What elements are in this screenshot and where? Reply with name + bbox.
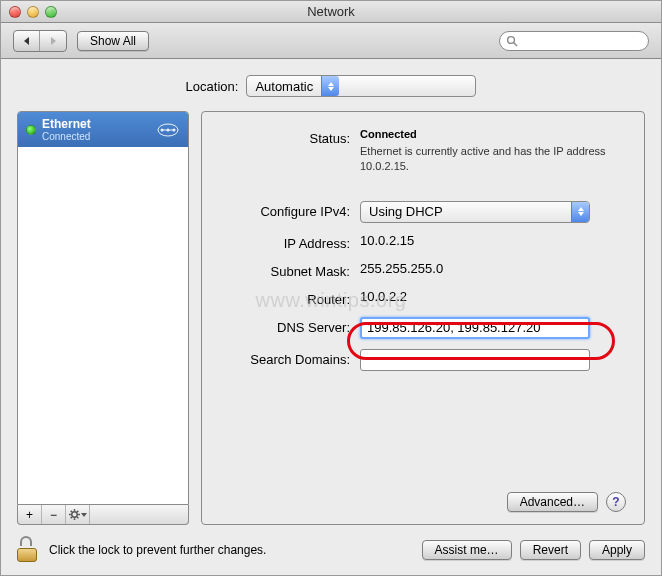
svg-line-14: [70, 517, 71, 518]
remove-interface-button[interactable]: −: [42, 505, 66, 524]
sidebar: Ethernet Connected + −: [17, 111, 189, 525]
action-menu-button[interactable]: [66, 505, 90, 524]
gear-icon: [69, 509, 80, 520]
title-bar: Network: [1, 1, 661, 23]
status-dot-icon: [26, 125, 36, 135]
search-input[interactable]: [522, 35, 645, 47]
content-area: Location: Automatic Ethernet Connected +…: [1, 59, 661, 525]
search-domains-label: Search Domains:: [220, 349, 360, 367]
configure-label: Configure IPv4:: [220, 201, 360, 219]
lock-hint: Click the lock to prevent further change…: [49, 543, 266, 557]
nav-segment: [13, 30, 67, 52]
subnet-label: Subnet Mask:: [220, 261, 360, 279]
status-subtext: Ethernet is currently active and has the…: [360, 144, 626, 175]
footer: Click the lock to prevent further change…: [1, 525, 661, 575]
search-domains-input[interactable]: [360, 349, 590, 371]
toolbar: Show All: [1, 23, 661, 59]
show-all-button[interactable]: Show All: [77, 31, 149, 51]
configure-select[interactable]: Using DHCP: [360, 201, 590, 223]
revert-button[interactable]: Revert: [520, 540, 581, 560]
svg-point-0: [508, 36, 515, 43]
search-icon: [506, 35, 518, 47]
location-label: Location:: [186, 79, 239, 94]
sidebar-item-ethernet[interactable]: Ethernet Connected: [18, 112, 188, 147]
router-value: 10.0.2.2: [360, 289, 626, 304]
router-label: Router:: [220, 289, 360, 307]
location-row: Location: Automatic: [17, 75, 645, 97]
network-list[interactable]: Ethernet Connected: [17, 111, 189, 505]
updown-icon: [571, 202, 589, 222]
svg-line-13: [77, 517, 78, 518]
dns-input[interactable]: [360, 317, 590, 339]
apply-button[interactable]: Apply: [589, 540, 645, 560]
assist-button[interactable]: Assist me…: [422, 540, 512, 560]
ip-value: 10.0.2.15: [360, 233, 626, 248]
ip-label: IP Address:: [220, 233, 360, 251]
main-row: Ethernet Connected + − Status: Connected…: [17, 111, 645, 525]
svg-line-12: [70, 511, 71, 512]
forward-button[interactable]: [40, 31, 66, 51]
advanced-button[interactable]: Advanced…: [507, 492, 598, 512]
chevron-down-icon: [81, 512, 87, 518]
add-interface-button[interactable]: +: [18, 505, 42, 524]
location-value: Automatic: [247, 79, 321, 94]
configure-value: Using DHCP: [361, 204, 571, 219]
details-pane: Status: Connected Ethernet is currently …: [201, 111, 645, 525]
search-field[interactable]: [499, 31, 649, 51]
dns-label: DNS Server:: [220, 317, 360, 335]
subnet-value: 255.255.255.0: [360, 261, 626, 276]
svg-point-7: [71, 512, 77, 518]
svg-line-1: [514, 42, 517, 45]
status-label: Status:: [220, 128, 360, 146]
help-button[interactable]: ?: [606, 492, 626, 512]
interface-name: Ethernet: [42, 117, 91, 131]
back-button[interactable]: [14, 31, 40, 51]
interface-status: Connected: [42, 131, 91, 142]
location-select[interactable]: Automatic: [246, 75, 476, 97]
updown-icon: [321, 76, 339, 96]
svg-line-15: [77, 511, 78, 512]
lock-icon[interactable]: [17, 538, 39, 562]
sidebar-toolbar: + −: [17, 505, 189, 525]
window-title: Network: [1, 4, 661, 19]
status-value: Connected: [360, 128, 626, 140]
ethernet-icon: [156, 122, 180, 138]
